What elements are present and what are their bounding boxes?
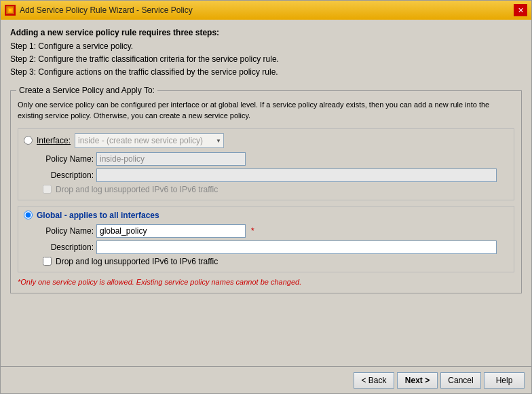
interface-ipv6-checkbox[interactable] — [43, 185, 52, 194]
spacer — [10, 293, 522, 361]
asterisk-mark: * — [251, 226, 254, 236]
interface-policy-name-input[interactable] — [96, 152, 246, 166]
group-description: Only one service policy can be configure… — [18, 99, 514, 122]
app-icon — [5, 5, 16, 16]
bottom-bar: < Back Next > Cancel Help — [1, 366, 531, 393]
interface-ipv6-label: Drop and log unsupported IPv6 to IPv6 tr… — [56, 185, 218, 194]
global-radio[interactable] — [24, 211, 33, 219]
step2-text: Step 2: Configure the traffic classifica… — [10, 53, 522, 66]
close-button[interactable]: ✕ — [514, 4, 527, 16]
global-description-row: Description: — [36, 240, 508, 254]
group-title: Create a Service Policy and Apply To: — [16, 86, 157, 95]
interface-policy-name-label: Policy Name: — [36, 154, 94, 164]
global-policy-name-input[interactable] — [96, 224, 246, 238]
interface-description-row: Description: — [36, 168, 508, 182]
help-button[interactable]: Help — [484, 372, 525, 389]
back-button[interactable]: < Back — [354, 372, 394, 389]
create-policy-group: Create a Service Policy and Apply To: On… — [10, 90, 522, 293]
intro-section: Adding a new service policy rule require… — [10, 28, 522, 79]
intro-steps: Step 1: Configure a service policy. Step… — [10, 40, 522, 79]
interface-policy-name-row: Policy Name: — [36, 152, 508, 166]
interface-select-wrapper: inside - (create new service policy) — [75, 133, 224, 148]
cancel-button[interactable]: Cancel — [440, 372, 481, 389]
content-area: Adding a new service policy rule require… — [1, 20, 531, 366]
interface-section: Interface: inside - (create new service … — [18, 128, 514, 200]
step3-text: Step 3: Configure actions on the traffic… — [10, 66, 522, 79]
wizard-window: Add Service Policy Rule Wizard - Service… — [0, 0, 532, 394]
global-ipv6-label: Drop and log unsupported IPv6 to IPv6 tr… — [56, 257, 218, 266]
global-policy-name-label: Policy Name: — [36, 226, 94, 236]
global-radio-row: Global - applies to all interfaces — [24, 211, 508, 220]
global-label[interactable]: Global - applies to all interfaces — [37, 211, 159, 220]
interface-dropdown[interactable]: inside - (create new service policy) — [75, 133, 224, 148]
title-bar-left: Add Service Policy Rule Wizard - Service… — [5, 5, 193, 16]
global-checkbox-row: Drop and log unsupported IPv6 to IPv6 tr… — [43, 257, 508, 266]
policy-note: *Only one service policy is allowed. Exi… — [18, 278, 514, 286]
interface-description-input[interactable] — [96, 168, 497, 182]
interface-radio[interactable] — [24, 136, 33, 145]
global-description-input[interactable] — [96, 240, 497, 254]
next-button[interactable]: Next > — [397, 372, 438, 389]
global-ipv6-checkbox[interactable] — [43, 257, 52, 266]
intro-title: Adding a new service policy rule require… — [10, 28, 522, 37]
interface-label[interactable]: Interface: — [37, 136, 71, 145]
step1-text: Step 1: Configure a service policy. — [10, 40, 522, 53]
interface-description-label: Description: — [36, 171, 94, 180]
window-title: Add Service Policy Rule Wizard - Service… — [20, 5, 193, 15]
global-section: Global - applies to all interfaces Polic… — [18, 206, 514, 272]
interface-radio-row: Interface: inside - (create new service … — [24, 133, 508, 148]
global-description-label: Description: — [36, 243, 94, 252]
svg-rect-2 — [9, 9, 12, 12]
global-policy-name-row: Policy Name: * — [36, 224, 508, 238]
title-bar: Add Service Policy Rule Wizard - Service… — [1, 1, 531, 20]
interface-checkbox-row: Drop and log unsupported IPv6 to IPv6 tr… — [43, 185, 508, 194]
